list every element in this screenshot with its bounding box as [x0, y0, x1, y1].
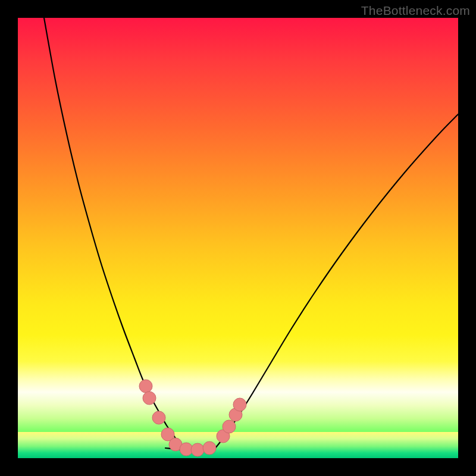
marker-point-2 [152, 411, 165, 424]
marker-point-1 [143, 392, 156, 405]
marker-point-0 [139, 380, 152, 393]
curve-group [44, 18, 458, 450]
curve-right-curve [215, 114, 458, 448]
marker-point-9 [223, 420, 236, 433]
marker-point-11 [233, 398, 246, 411]
chart-svg [18, 18, 458, 458]
marker-point-7 [203, 441, 216, 455]
marker-group [139, 380, 246, 456]
curve-left-curve [44, 18, 183, 449]
watermark-text: TheBottleneck.com [361, 4, 470, 18]
marker-point-6 [191, 443, 204, 456]
